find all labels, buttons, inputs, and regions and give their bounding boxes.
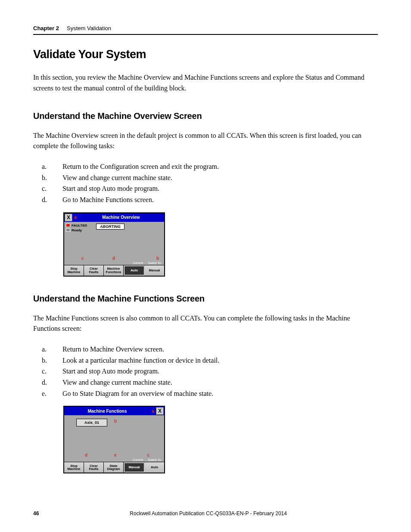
hmi-body: Axis_01 b d e c bbox=[64, 415, 164, 458]
hmi-functions-screenshot: X a Machine Functions Axis_01 b d e c Cu… bbox=[63, 406, 165, 473]
list-item: b.Look at a particular machine function … bbox=[52, 355, 378, 366]
callout-a: a bbox=[73, 214, 78, 221]
page-footer: 46 Rockwell Automation Publication CC-QS… bbox=[33, 510, 378, 516]
hmi-body: FAULTED Ready ABORTING c d b bbox=[64, 222, 164, 261]
functions-paragraph: The Machine Functions screen is also com… bbox=[33, 313, 378, 335]
close-icon[interactable]: X bbox=[65, 214, 72, 221]
publication-id: Rockwell Automation Publication CC-QS033… bbox=[130, 510, 287, 516]
hmi-titlebar: X a Machine Functions bbox=[64, 407, 164, 415]
list-item: c.Start and stop Auto mode program. bbox=[52, 183, 378, 194]
intro-paragraph: In this section, you review the Machine … bbox=[33, 72, 378, 94]
callout-d: d bbox=[85, 453, 87, 457]
callout-e: e bbox=[114, 453, 117, 457]
hmi-button-row: Stop Machine Clear Faults State Diagram … bbox=[64, 462, 164, 473]
hmi-title: Machine Functions bbox=[64, 409, 150, 414]
page-title: Validate Your System bbox=[33, 48, 378, 61]
list-item: a.Return to the Configuration screen and… bbox=[52, 161, 378, 172]
axis-button[interactable]: Axis_01 bbox=[76, 419, 107, 426]
hmi-title: Machine Overview bbox=[78, 215, 164, 220]
callout-c: c bbox=[81, 256, 84, 261]
auto-mode-button[interactable]: Auto bbox=[124, 266, 144, 275]
state-label: ABORTING bbox=[96, 224, 125, 230]
running-header: Chapter 2 System Validation bbox=[33, 25, 378, 31]
hmi-titlebar: X a Machine Overview bbox=[64, 213, 164, 222]
chapter-label: Chapter 2 bbox=[33, 25, 59, 31]
callout-c: c bbox=[147, 453, 149, 457]
callout-d: d bbox=[112, 256, 115, 261]
stop-machine-button[interactable]: Stop Machine bbox=[64, 265, 84, 276]
callout-b: b bbox=[114, 419, 117, 423]
page-number: 46 bbox=[33, 510, 39, 516]
close-icon[interactable]: X bbox=[156, 407, 164, 415]
mode-labels: Current: Switch To: bbox=[64, 458, 164, 462]
hmi-overview-screenshot: X a Machine Overview FAULTED Ready ABORT… bbox=[63, 212, 165, 277]
subhead-functions: Understand the Machine Functions Screen bbox=[33, 294, 378, 304]
state-diagram-button[interactable]: State Diagram bbox=[104, 462, 124, 473]
overview-paragraph: The Machine Overview screen in the defau… bbox=[33, 131, 378, 152]
list-item: d.Go to Machine Functions screen. bbox=[52, 194, 378, 205]
mode-labels: Current: Switch To: bbox=[64, 261, 164, 265]
list-item: d.View and change current machine state. bbox=[52, 377, 378, 388]
auto-mode-button[interactable]: Auto bbox=[145, 462, 164, 473]
subhead-overview: Understand the Machine Overview Screen bbox=[33, 111, 378, 121]
machine-functions-button[interactable]: Machine Functions bbox=[104, 265, 124, 276]
list-item: a.Return to Machine Overview screen. bbox=[52, 344, 378, 355]
header-rule bbox=[33, 34, 378, 35]
manual-mode-button[interactable]: Manual bbox=[145, 265, 164, 276]
chapter-title: System Validation bbox=[67, 25, 111, 31]
list-item: c.Start and stop Auto mode program. bbox=[52, 366, 378, 377]
functions-list: a.Return to Machine Overview screen. b.L… bbox=[33, 344, 378, 399]
clear-faults-button[interactable]: Clear Faults bbox=[84, 462, 104, 473]
list-item: e.Go to State Diagram for an overview of… bbox=[52, 388, 378, 399]
clear-faults-button[interactable]: Clear Faults bbox=[84, 265, 104, 276]
callout-b: b bbox=[156, 256, 159, 261]
hmi-button-row: Stop Machine Clear Faults Machine Functi… bbox=[64, 265, 164, 276]
stop-machine-button[interactable]: Stop Machine bbox=[64, 462, 84, 473]
overview-list: a.Return to the Configuration screen and… bbox=[33, 161, 378, 205]
callout-a: a bbox=[150, 407, 156, 415]
list-item: b.View and change current machine state. bbox=[52, 172, 378, 184]
manual-mode-button[interactable]: Manual bbox=[124, 463, 144, 472]
